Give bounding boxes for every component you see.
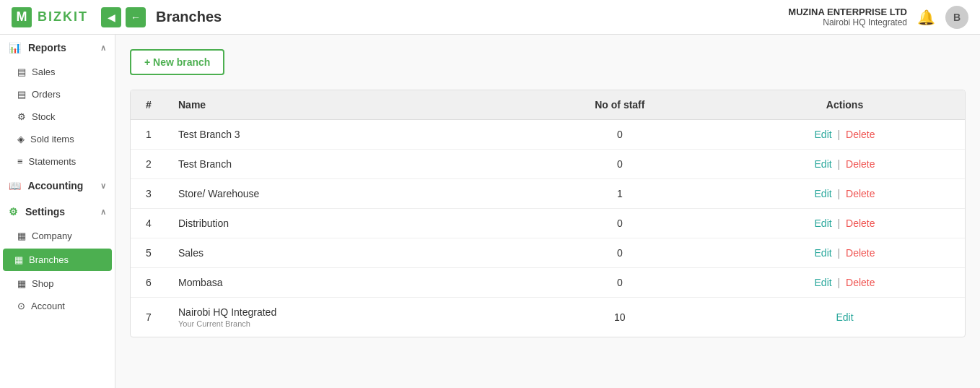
table-row: 5Sales0Edit | Delete — [131, 238, 965, 268]
bell-icon[interactable]: 🔔 — [917, 9, 935, 26]
delete-link[interactable]: Delete — [846, 158, 875, 170]
cell-name: Test Branch — [167, 150, 515, 179]
cell-actions: Edit | Delete — [725, 179, 965, 209]
reports-label: Reports — [28, 42, 66, 53]
settings-label: Settings — [25, 206, 65, 217]
cell-name: Nairobi HQ IntegratedYour Current Branch — [167, 298, 515, 337]
sidebar-item-branches[interactable]: ▦ Branches — [3, 249, 112, 271]
company-name: MUZINA ENTERPRISE LTD — [788, 7, 907, 17]
new-branch-button[interactable]: + New branch — [130, 49, 224, 75]
header: M BIZKIT ◀ ← Branches MUZINA ENTERPRISE … — [0, 0, 980, 35]
col-header-actions: Actions — [725, 90, 965, 120]
reports-icon: 📊 — [9, 42, 21, 53]
cell-staff: 0 — [515, 209, 725, 238]
sidebar-group-settings[interactable]: ⚙ Settings ∧ — [0, 199, 115, 225]
edit-link[interactable]: Edit — [815, 277, 832, 288]
sidebar-item-shop[interactable]: ▦ Shop — [0, 272, 115, 295]
settings-icon: ⚙ — [9, 206, 18, 217]
sold-items-icon: ◈ — [17, 134, 25, 145]
action-separator: | — [835, 158, 843, 170]
statements-icon: ≡ — [17, 156, 23, 167]
col-header-name: Name — [167, 90, 515, 120]
sidebar-orders-label: Orders — [32, 89, 61, 100]
sidebar-item-company[interactable]: ▦ Company — [0, 225, 115, 247]
table-row: 6Mombasa0Edit | Delete — [131, 268, 965, 298]
branches-icon: ▦ — [14, 254, 23, 265]
cell-name: Distribution — [167, 209, 515, 238]
edit-link[interactable]: Edit — [815, 158, 832, 170]
layout: 📊 Reports ∧ ▤ Sales ▤ Orders ⚙ Stock ◈ S… — [0, 35, 980, 388]
branches-table: # Name No of staff Actions 1Test Branch … — [131, 90, 965, 337]
delete-link[interactable]: Delete — [846, 247, 875, 259]
cell-num: 6 — [131, 268, 167, 298]
cell-staff: 0 — [515, 120, 725, 150]
cell-actions: Edit — [725, 298, 965, 337]
nav-buttons: ◀ ← — [101, 7, 146, 27]
sidebar-item-stock[interactable]: ⚙ Stock — [0, 105, 115, 128]
action-separator: | — [835, 129, 843, 140]
sidebar-sales-label: Sales — [32, 66, 56, 77]
delete-link[interactable]: Delete — [846, 129, 875, 140]
edit-link[interactable]: Edit — [815, 217, 832, 229]
cell-staff: 0 — [515, 238, 725, 268]
edit-link[interactable]: Edit — [836, 311, 853, 323]
cell-staff: 1 — [515, 179, 725, 209]
action-separator: | — [835, 247, 843, 259]
branches-table-container: # Name No of staff Actions 1Test Branch … — [130, 90, 966, 337]
nav-collapse-button[interactable]: ◀ — [101, 7, 121, 27]
accounting-icon: 📖 — [9, 180, 21, 191]
page-title: Branches — [156, 9, 222, 25]
sidebar-group-reports[interactable]: 📊 Reports ∧ — [0, 35, 115, 61]
action-separator: | — [835, 277, 843, 288]
cell-sub-text: Your Current Branch — [178, 319, 504, 328]
nav-back-button[interactable]: ← — [126, 7, 146, 27]
sidebar-group-accounting[interactable]: 📖 Accounting ∨ — [0, 173, 115, 199]
avatar[interactable]: B — [945, 6, 968, 29]
cell-staff: 10 — [515, 298, 725, 337]
sidebar-item-statements[interactable]: ≡ Statements — [0, 150, 115, 173]
logo-area: M BIZKIT ◀ ← — [12, 7, 146, 27]
cell-actions: Edit | Delete — [725, 238, 965, 268]
cell-name: Store/ Warehouse — [167, 179, 515, 209]
sidebar-item-orders[interactable]: ▤ Orders — [0, 83, 115, 105]
company-info: MUZINA ENTERPRISE LTD Nairobi HQ Integra… — [788, 7, 907, 27]
shop-icon: ▦ — [17, 278, 26, 289]
delete-link[interactable]: Delete — [846, 188, 875, 199]
edit-link[interactable]: Edit — [815, 188, 832, 199]
sales-icon: ▤ — [17, 66, 26, 77]
cell-actions: Edit | Delete — [725, 150, 965, 179]
col-header-staff: No of staff — [515, 90, 725, 120]
settings-chevron: ∧ — [100, 207, 106, 217]
account-icon: ⊙ — [17, 301, 25, 311]
sidebar-item-sold-items[interactable]: ◈ Sold items — [0, 128, 115, 150]
stock-icon: ⚙ — [17, 111, 26, 122]
cell-num: 3 — [131, 179, 167, 209]
sidebar-account-label: Account — [31, 301, 65, 311]
sidebar-item-sales[interactable]: ▤ Sales — [0, 61, 115, 83]
edit-link[interactable]: Edit — [815, 247, 832, 259]
cell-name: Test Branch 3 — [167, 120, 515, 150]
table-row: 3Store/ Warehouse1Edit | Delete — [131, 179, 965, 209]
reports-chevron: ∧ — [100, 43, 106, 53]
edit-link[interactable]: Edit — [815, 129, 832, 140]
cell-actions: Edit | Delete — [725, 209, 965, 238]
delete-link[interactable]: Delete — [846, 217, 875, 229]
cell-num: 4 — [131, 209, 167, 238]
cell-num: 2 — [131, 150, 167, 179]
col-header-num: # — [131, 90, 167, 120]
sidebar-company-label: Company — [32, 230, 72, 241]
cell-staff: 0 — [515, 268, 725, 298]
cell-num: 7 — [131, 298, 167, 337]
table-row: 4Distribution0Edit | Delete — [131, 209, 965, 238]
cell-num: 5 — [131, 238, 167, 268]
cell-name: Sales — [167, 238, 515, 268]
accounting-label: Accounting — [27, 180, 83, 191]
sidebar-sold-items-label: Sold items — [30, 134, 74, 145]
branch-name: Nairobi HQ Integrated — [788, 17, 907, 27]
cell-num: 1 — [131, 120, 167, 150]
company-icon: ▦ — [17, 230, 26, 241]
cell-actions: Edit | Delete — [725, 268, 965, 298]
cell-actions: Edit | Delete — [725, 120, 965, 150]
delete-link[interactable]: Delete — [846, 277, 875, 288]
sidebar-item-account[interactable]: ⊙ Account — [0, 295, 115, 317]
